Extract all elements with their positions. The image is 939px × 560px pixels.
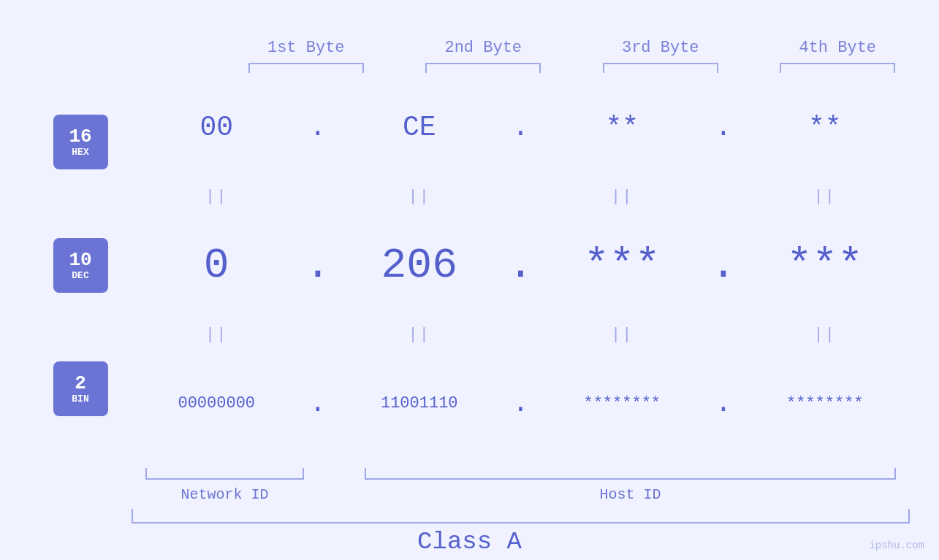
dec-col1-value: 0 <box>204 242 229 289</box>
bottom-bracket-row <box>132 458 910 480</box>
hex-dot2: . <box>512 112 529 143</box>
hex-badge-label: HEX <box>72 147 88 158</box>
byte4-label: 4th Byte <box>799 39 876 57</box>
bin-row: 00000000 . 11001110 . ******** <box>132 349 910 458</box>
dec-badge-number: 10 <box>69 250 91 271</box>
dec-col4-value: *** <box>787 242 863 289</box>
byte4-col-header: 4th Byte <box>766 39 911 73</box>
network-bracket <box>145 468 304 480</box>
equals-2-col3: || <box>611 326 633 344</box>
bin-col3-value: ******** <box>583 394 661 413</box>
class-label: Class A <box>417 528 522 556</box>
data-columns: 00 . CE . ** . <box>132 73 910 509</box>
id-labels-row: Network ID Host ID <box>132 480 910 509</box>
bin-col1-value: 00000000 <box>178 394 255 413</box>
equals-2-col1: || <box>205 326 227 344</box>
bin-badge-label: BIN <box>72 394 88 404</box>
byte2-col-header: 2nd Byte <box>411 39 556 73</box>
dec-dot3: . <box>711 242 737 289</box>
host-bracket <box>365 468 896 480</box>
bin-badge: 2 BIN <box>53 361 108 416</box>
byte3-label: 3rd Byte <box>622 39 699 57</box>
bin-col4-value: ******** <box>786 394 864 413</box>
dec-badge-label: DEC <box>72 270 88 281</box>
equals-2-col2: || <box>408 326 430 344</box>
equals-1-col1: || <box>205 188 227 206</box>
bin-col2-value: 11001110 <box>381 394 458 413</box>
equals-1-col3: || <box>611 188 633 206</box>
host-id-label: Host ID <box>599 486 661 503</box>
byte1-bracket-top <box>248 63 364 73</box>
class-row: Class A <box>29 523 910 560</box>
hex-col4-value: ** <box>808 112 842 143</box>
equals-row-1: || || || || <box>132 182 910 211</box>
dec-dot1: . <box>305 242 331 289</box>
full-bottom-bracket <box>132 509 910 523</box>
badges-column: 16 HEX 10 DEC 2 BIN <box>29 73 132 509</box>
equals-row-2: || || || || <box>132 320 910 349</box>
equals-1-col4: || <box>814 188 836 206</box>
dec-col2-value: 206 <box>381 242 457 289</box>
byte4-bracket-top <box>780 63 895 73</box>
byte3-bracket-top <box>603 63 718 73</box>
hex-col2-value: CE <box>403 112 436 143</box>
dec-dot2: . <box>508 242 533 289</box>
byte2-label: 2nd Byte <box>444 39 522 57</box>
hex-dot1: . <box>310 112 327 143</box>
hex-dot3: . <box>715 112 732 143</box>
bin-dot3: . <box>715 388 732 419</box>
hex-col3-value: ** <box>605 112 639 143</box>
main-content: 16 HEX 10 DEC 2 BIN 00 . <box>29 73 910 509</box>
byte3-col-header: 3rd Byte <box>588 39 733 73</box>
equals-1-col2: || <box>408 188 430 206</box>
bin-dot1: . <box>310 388 327 419</box>
bin-badge-number: 2 <box>75 373 86 394</box>
watermark: ipshu.com <box>869 540 924 551</box>
hex-badge-number: 16 <box>69 126 91 147</box>
equals-2-col4: || <box>814 326 836 344</box>
dec-row: 0 . 206 . *** . <box>132 211 910 320</box>
dec-col3-value: *** <box>584 242 660 289</box>
hex-row: 00 . CE . ** . <box>132 73 910 182</box>
hex-badge: 16 HEX <box>53 115 108 169</box>
byte2-bracket-top <box>425 63 541 73</box>
network-id-label: Network ID <box>180 486 268 503</box>
header-row: 1st Byte 2nd Byte 3rd Byte 4th Byte <box>29 0 910 73</box>
dec-badge: 10 DEC <box>53 238 108 293</box>
byte1-label: 1st Byte <box>267 39 345 57</box>
bin-dot2: . <box>512 388 529 419</box>
main-container: 1st Byte 2nd Byte 3rd Byte 4th Byte 16 H… <box>0 0 939 560</box>
hex-col1-value: 00 <box>199 112 233 143</box>
byte1-col-header: 1st Byte <box>234 39 379 73</box>
